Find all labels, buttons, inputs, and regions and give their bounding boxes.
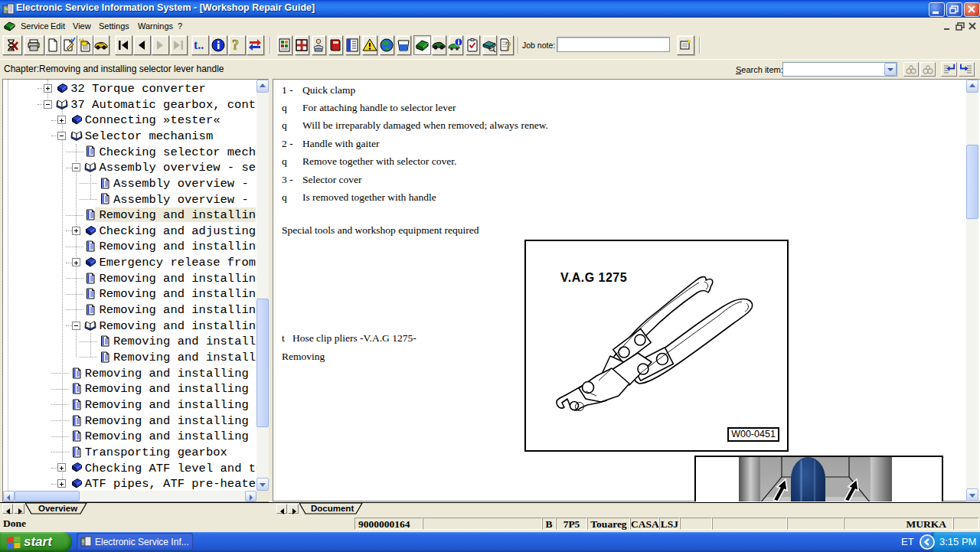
svg-text:Document: Document [311,504,354,513]
svg-text:Overview: Overview [38,504,77,513]
